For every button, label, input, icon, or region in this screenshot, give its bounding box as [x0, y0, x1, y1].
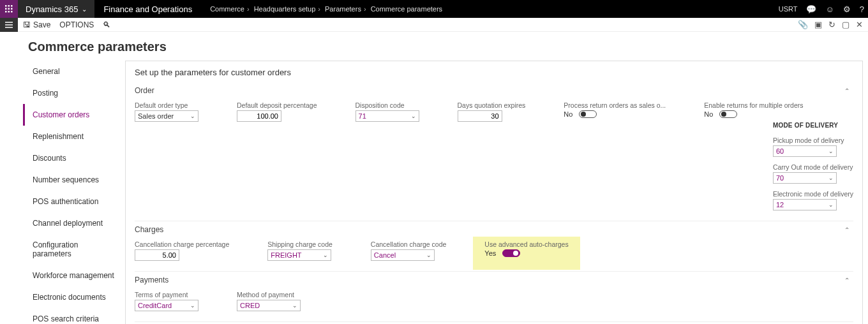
save-label: Save	[33, 20, 50, 29]
svg-rect-5	[11, 8, 13, 10]
toggle-process-return-as-sales[interactable]	[579, 110, 597, 118]
chevron-down-icon: ⌄	[828, 175, 834, 181]
section-order-header[interactable]: Order ⌃	[135, 82, 853, 99]
smiley-icon[interactable]: ☺	[825, 4, 834, 14]
highlight-use-adv-auto: Use advanced auto-charges Yes	[473, 237, 580, 270]
section-refund-header[interactable]: Refund shipping charges ⌃	[135, 321, 853, 324]
options-button[interactable]: OPTIONS	[59, 20, 94, 29]
label-process-return-as-sales: Process return orders as sales o...	[564, 101, 666, 109]
breadcrumb: Commerce› Headquarters setup› Parameters…	[201, 5, 451, 13]
select-electronic-mode[interactable]: 12⌄	[773, 199, 837, 210]
toggle-use-adv-auto[interactable]	[502, 249, 520, 257]
breadcrumb-item[interactable]: Commerce	[210, 5, 244, 13]
gear-icon[interactable]: ⚙	[843, 4, 851, 14]
mode-of-delivery-heading: MODE OF DELIVERY	[773, 122, 853, 129]
section-payments-title: Payments	[135, 276, 168, 284]
section-charges-header[interactable]: Charges ⌃	[135, 221, 853, 238]
label-electronic-mode: Electronic mode of delivery	[773, 190, 853, 198]
label-days-quotation-expires: Days quotation expires	[458, 101, 526, 109]
chevron-up-icon: ⌃	[844, 277, 849, 284]
svg-rect-7	[8, 11, 10, 13]
sidenav-replenishment[interactable]: Replenishment	[23, 126, 125, 147]
label-carryout-mode: Carry Out mode of delivery	[773, 163, 853, 171]
side-nav: General Posting Customer orders Replenis…	[23, 61, 125, 324]
breadcrumb-item[interactable]: Commerce parameters	[371, 5, 442, 13]
label-enable-returns-multiple: Enable returns for multiple orders	[704, 101, 803, 109]
chevron-down-icon: ⌄	[828, 202, 834, 208]
select-method-payment[interactable]: CRED⌄	[237, 300, 301, 311]
section-order-title: Order	[135, 86, 154, 95]
select-disposition-code[interactable]: 71⌄	[355, 110, 419, 122]
module-name: Finance and Operations	[94, 4, 201, 14]
label-default-order-type: Default order type	[135, 101, 198, 109]
svg-rect-2	[11, 5, 13, 7]
toggle-enable-returns-multiple[interactable]	[719, 110, 737, 118]
input-default-deposit-pct[interactable]	[237, 110, 281, 122]
page-title: Commerce parameters	[28, 40, 868, 54]
product-name: Dynamics 365	[26, 4, 78, 14]
popout-icon[interactable]: ▢	[842, 20, 849, 29]
sidenav-number-sequences[interactable]: Number sequences	[23, 169, 125, 191]
breadcrumb-item[interactable]: Headquarters setup	[254, 5, 316, 13]
label-cancel-pct: Cancellation charge percentage	[135, 240, 229, 248]
chevron-down-icon: ⌄	[292, 302, 297, 309]
sidenav-electronic-documents[interactable]: Electronic documents	[23, 286, 125, 308]
product-switcher[interactable]: Dynamics 365 ⌄	[18, 0, 94, 18]
select-carryout-mode[interactable]: 70⌄	[773, 172, 837, 184]
value-use-adv-auto: Yes	[484, 249, 496, 257]
sidenav-channel-deployment[interactable]: Channel deployment	[23, 212, 125, 234]
action-bar: 🖫 Save OPTIONS 🔍︎ 📎 ▣ ↻ ▢ ✕	[18, 18, 868, 32]
select-terms-payment[interactable]: CreditCard⌄	[135, 300, 198, 311]
chevron-up-icon: ⌃	[844, 226, 849, 233]
sidenav-general[interactable]: General	[23, 61, 125, 82]
label-default-deposit-pct: Default deposit percentage	[237, 101, 317, 109]
label-pickup-mode: Pickup mode of delivery	[773, 136, 853, 144]
sidenav-pos-authentication[interactable]: POS authentication	[23, 191, 125, 212]
content-panel: Set up the parameters for customer order…	[125, 61, 863, 324]
value-process-return-as-sales: No	[564, 110, 572, 118]
input-days-quotation-expires[interactable]	[458, 110, 502, 122]
select-default-order-type[interactable]: Sales order⌄	[135, 110, 198, 122]
chevron-down-icon: ⌄	[323, 252, 328, 258]
svg-rect-3	[5, 8, 7, 10]
label-use-adv-auto: Use advanced auto-charges	[484, 240, 568, 248]
attach-icon[interactable]: 📎	[798, 20, 808, 29]
search-icon[interactable]: 🔍︎	[103, 20, 110, 29]
svg-rect-8	[11, 11, 13, 13]
chat-icon[interactable]: 💬	[806, 4, 816, 14]
sidenav-posting[interactable]: Posting	[23, 82, 125, 104]
breadcrumb-item[interactable]: Parameters	[325, 5, 361, 13]
select-pickup-mode[interactable]: 60⌄	[773, 145, 837, 157]
chevron-up-icon: ⌃	[844, 87, 849, 94]
nav-hamburger-icon[interactable]	[0, 18, 18, 32]
user-label[interactable]: USRT	[779, 5, 798, 13]
top-bar: Dynamics 365 ⌄ Finance and Operations Co…	[0, 0, 868, 18]
content-title: Set up the parameters for customer order…	[135, 68, 853, 77]
sidenav-workforce-management[interactable]: Workforce management	[23, 265, 125, 286]
label-method-payment: Method of payment	[237, 291, 301, 298]
sidenav-configuration-parameters[interactable]: Configuration parameters	[23, 234, 125, 265]
chevron-down-icon: ⌄	[426, 252, 431, 258]
sidenav-customer-orders[interactable]: Customer orders	[23, 104, 125, 126]
office-icon[interactable]: ▣	[814, 20, 822, 29]
input-cancel-pct[interactable]	[135, 249, 179, 261]
chevron-down-icon: ⌄	[411, 113, 416, 119]
save-button[interactable]: 🖫 Save	[23, 20, 50, 29]
section-payments-header[interactable]: Payments ⌃	[135, 271, 853, 288]
svg-rect-6	[5, 11, 7, 13]
refresh-icon[interactable]: ↻	[828, 20, 835, 29]
select-cancel-code[interactable]: Cancel⌄	[371, 249, 435, 261]
save-icon: 🖫	[23, 20, 31, 29]
sidenav-pos-search-criteria[interactable]: POS search criteria	[23, 308, 125, 324]
svg-rect-0	[5, 5, 7, 7]
svg-rect-1	[8, 5, 10, 7]
label-cancel-code: Cancellation charge code	[371, 240, 447, 248]
chevron-down-icon: ⌄	[190, 302, 195, 309]
section-charges-title: Charges	[135, 225, 163, 234]
select-shipping-code[interactable]: FREIGHT⌄	[267, 249, 331, 261]
help-icon[interactable]: ?	[860, 4, 864, 14]
close-icon[interactable]: ✕	[856, 20, 863, 29]
sidenav-discounts[interactable]: Discounts	[23, 147, 125, 169]
chevron-down-icon: ⌄	[82, 6, 87, 13]
app-launcher-icon[interactable]	[0, 0, 18, 18]
